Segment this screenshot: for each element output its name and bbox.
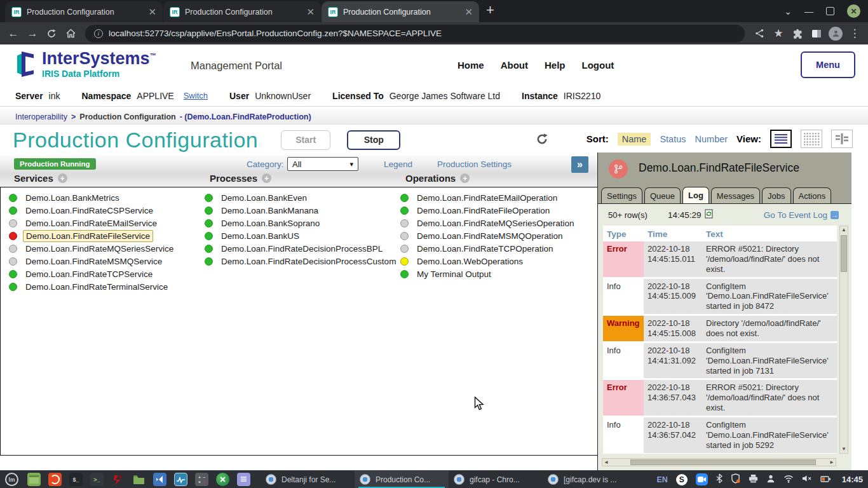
config-item[interactable]: Demo.Loan.FindRateMQSeriesOperation [400,217,577,229]
visual-studio-icon[interactable] [153,473,166,486]
tab-queue[interactable]: Queue [644,187,681,203]
config-item[interactable]: Demo.Loan.BankUS [205,229,398,242]
share-button[interactable] [751,25,768,42]
browser-menu-button[interactable]: ⋮ [846,25,863,42]
sort-by-number[interactable]: Number [695,134,728,144]
printer-icon[interactable] [749,474,758,485]
log-row[interactable]: Info 2022-10-1814:41:31.092 ConfigItem '… [603,343,837,379]
stop-button[interactable]: Stop [347,130,400,150]
window-close-button[interactable]: ✕ [847,4,860,18]
log-row[interactable]: Info 2022-10-1814:36:57.042 ConfigItem '… [603,417,837,453]
scroll-up-arrow[interactable]: ▲ [840,226,848,234]
home-button[interactable] [62,25,79,42]
legend-link[interactable]: Legend [384,159,412,169]
log-row[interactable]: Error 2022-10-1814:45:15.011 ERROR #5021… [603,241,837,277]
nav-home-link[interactable]: Home [458,60,484,71]
menu-button[interactable]: Menu [801,51,855,78]
updater-icon[interactable] [48,473,62,486]
switch-link[interactable]: Switch [184,91,208,100]
browser-tab[interactable]: IR Production Configuration ✕ [163,1,321,22]
config-item[interactable]: Demo.Loan.FindRateMQSeriesService [9,242,176,255]
config-item[interactable]: Demo.Loan.FindRateDecisionProcessBPL [205,242,398,255]
browser-tab-active[interactable]: IR Production Configuration ✕ [322,1,479,22]
config-item[interactable]: Demo.Loan.FindRateTCPOperation [400,242,577,255]
url-bar[interactable]: i localhost:52773/csp/applive/EnsPortal.… [85,25,745,43]
expand-panel-button[interactable]: » [571,156,588,173]
breadcrumb-root-link[interactable]: Interoperability [15,112,67,121]
terminal-alt-icon[interactable]: >_ [90,473,104,486]
reload-button[interactable] [43,25,60,42]
battery-icon[interactable] [820,474,831,485]
config-item[interactable]: Demo.Loan.BankEven [205,191,398,204]
tab-close-icon[interactable]: ✕ [148,7,156,17]
config-item[interactable]: Demo.Loan.BankManana [205,204,398,217]
bookmark-button[interactable]: ★ [770,25,787,42]
site-info-icon[interactable]: i [94,29,103,38]
wifi-icon[interactable] [783,474,794,485]
nav-help-link[interactable]: Help [545,60,566,71]
scroll-right-arrow[interactable]: ► [828,459,836,466]
file-manager-icon[interactable] [27,473,41,486]
config-item[interactable]: Demo.Loan.WebOperations [400,255,577,268]
zoom-tray-icon[interactable] [696,473,708,485]
notes-icon[interactable] [237,473,250,486]
sort-by-status[interactable]: Status [660,134,686,144]
log-row[interactable]: Warning 2022-10-1814:45:15.008 Directory… [603,316,837,341]
scroll-left-arrow[interactable]: ◄ [602,459,610,466]
window-button-active[interactable]: Production Co... [355,471,449,488]
log-vertical-scrollbar[interactable]: ▲ ▼ [839,226,848,454]
production-settings-link[interactable]: Production Settings [437,159,512,169]
tab-search-chevron-icon[interactable]: ⌄ [784,6,792,17]
folder-icon[interactable] [132,473,146,486]
tab-close-icon[interactable]: ✕ [306,7,315,17]
browser-tab[interactable]: IR Production Configuration ✕ [5,1,163,22]
tab-actions[interactable]: Actions [793,187,832,203]
config-item[interactable]: Demo.Loan.BankMetrics [9,191,176,204]
log-table-container[interactable]: Type Time Text Error 2022-10-1814:45:15.… [603,226,837,454]
window-minimize-button[interactable]: — [804,6,813,17]
window-button[interactable]: Deltanji for Se... [261,471,355,488]
tab-close-icon[interactable]: ✕ [465,7,473,17]
config-item[interactable]: Demo.Loan.FindRateMSMQService [9,255,176,268]
window-restore-button[interactable] [826,7,834,15]
config-item[interactable]: Demo.Loan.FindRateMSMQOperation [400,229,577,242]
refresh-log-button[interactable] [705,209,713,220]
nav-about-link[interactable]: About [501,60,528,71]
horizontal-scroll-thumb[interactable] [630,459,816,465]
nav-logout-link[interactable]: Logout [582,60,614,71]
config-item[interactable]: Demo.Loan.FindRateDecisionProcessCustom [205,255,398,268]
tab-settings[interactable]: Settings [601,187,642,203]
log-row[interactable]: Error 2022-10-1814:36:57.043 ERROR #5021… [603,380,837,416]
config-item[interactable]: Demo.Loan.FindRateTerminalService [9,280,176,293]
window-button[interactable]: [gifcap.dev is ... [543,471,637,488]
config-item[interactable]: Demo.Loan.FindRateCSPService [9,204,176,217]
side-panel-button[interactable] [808,25,825,42]
config-item[interactable]: Demo.Loan.FindRateFileOperation [400,204,577,217]
scroll-down-arrow[interactable]: ▼ [840,445,848,453]
view-grid-button[interactable] [801,130,822,148]
add-service-button[interactable]: + [58,173,67,183]
forward-button[interactable]: → [24,25,41,42]
view-split-button[interactable] [831,130,853,148]
volume-muted-icon[interactable] [802,474,812,485]
new-tab-button[interactable]: + [486,2,494,18]
window-button[interactable]: gifcap - Chro... [449,471,543,488]
red-app-icon[interactable] [111,473,125,486]
log-row[interactable]: Info 2022-10-1814:45:15.009 ConfigItem '… [603,279,837,315]
system-monitor-icon[interactable] [174,473,187,486]
log-horizontal-scrollbar[interactable]: ◄ ► [602,458,836,466]
keyboard-layout-indicator[interactable]: EN [656,475,667,484]
user-tray-icon[interactable] [766,474,775,485]
terminal-icon[interactable]: $_ [69,473,83,486]
config-item[interactable]: Demo.Loan.FindRateEMailOperation [400,191,577,204]
category-select[interactable]: All ▾ [287,157,358,171]
calculator-icon[interactable]: +−×= [195,473,208,486]
firewall-shield-icon[interactable] [731,473,740,486]
tab-log[interactable]: Log [682,187,709,203]
extensions-button[interactable] [789,25,806,42]
config-item[interactable]: Demo.Loan.FindRateTCPService [9,268,176,280]
add-process-button[interactable]: + [262,173,271,183]
go-to-event-log-link[interactable]: Go To Event Log → [764,210,839,220]
sort-by-name[interactable]: Name [618,133,651,146]
mint-menu-button[interactable]: lm [5,473,18,486]
